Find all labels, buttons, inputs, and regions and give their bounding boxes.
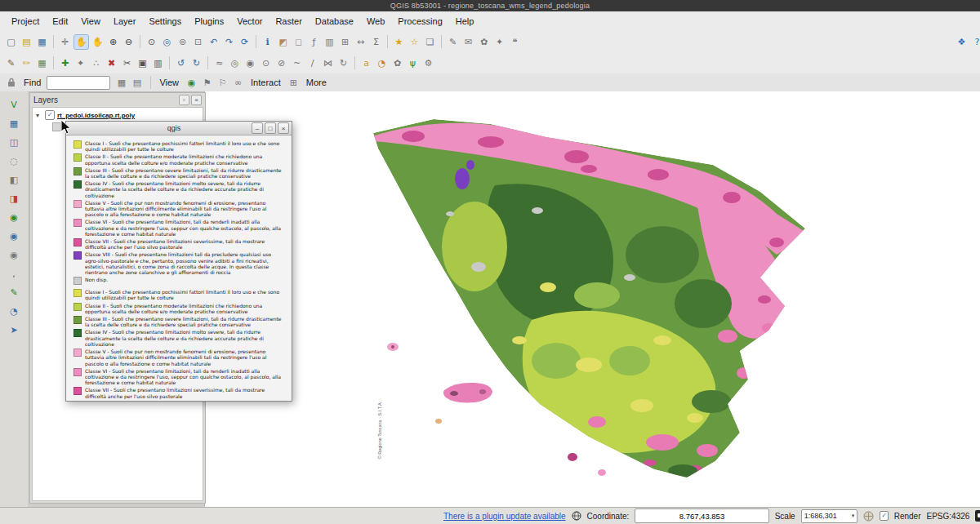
add-mssql-layer-icon[interactable]: ◧: [7, 173, 21, 187]
select-features-icon[interactable]: ◩: [276, 35, 290, 49]
add-wfs-layer-icon[interactable]: ◉: [7, 248, 21, 262]
current-edits-icon[interactable]: ✎: [4, 56, 18, 70]
identify-features-icon[interactable]: ℹ: [261, 35, 274, 49]
coordinate-input[interactable]: [635, 508, 768, 523]
expander-icon[interactable]: ▾: [36, 112, 42, 119]
measure-line-icon[interactable]: ↔: [354, 35, 368, 49]
move-feature-icon[interactable]: ✦: [74, 56, 87, 70]
labeling-icon[interactable]: a: [359, 56, 373, 70]
save-project-icon[interactable]: ▦: [35, 35, 49, 49]
zoom-to-selection-icon[interactable]: ⊚: [176, 35, 189, 49]
menu-database[interactable]: Database: [309, 14, 360, 29]
grid-icon[interactable]: ⊞: [287, 76, 301, 90]
dialog-titlebar[interactable]: qgis – □ ×: [66, 122, 292, 135]
grass-tools-icon[interactable]: ψ: [406, 56, 420, 70]
zoom-last-icon[interactable]: ↶: [207, 35, 220, 49]
layer-item[interactable]: ▾ ✓ rt_pedol.idsoilcap.rt.poly: [33, 108, 203, 121]
redo-icon[interactable]: ↻: [189, 56, 203, 70]
zoom-out-icon[interactable]: ⊖: [122, 35, 136, 49]
add-feature-icon[interactable]: ✚: [58, 56, 72, 70]
link-icon[interactable]: ∞: [231, 76, 245, 90]
new-map-view-icon[interactable]: ❏: [423, 35, 437, 49]
add-raster-layer-icon[interactable]: ▦: [7, 117, 21, 131]
svg-annotation-icon[interactable]: ✿: [477, 35, 491, 49]
refresh-map-icon[interactable]: ⟳: [238, 35, 252, 49]
decoration-icon[interactable]: ✿: [390, 56, 404, 70]
new-bookmark-icon[interactable]: ★: [392, 35, 406, 49]
view-label[interactable]: View: [158, 78, 180, 87]
whats-this-icon[interactable]: ?: [970, 35, 980, 49]
log-messages-icon[interactable]: [975, 510, 980, 522]
menu-edit[interactable]: Edit: [46, 14, 74, 29]
attribute-table-icon[interactable]: ▥: [323, 35, 336, 49]
plugin-update-icon[interactable]: [572, 511, 581, 521]
layer-checkbox[interactable]: ✓: [45, 110, 55, 120]
fill-ring-icon[interactable]: ⊙: [259, 56, 273, 70]
map-canvas[interactable]: © Regione Toscana - S.I.T.A.: [204, 91, 980, 508]
text-annotation-icon[interactable]: ✎: [446, 35, 460, 49]
python-console-icon[interactable]: ➤: [7, 323, 21, 337]
simplify-feature-icon[interactable]: ≈: [212, 56, 226, 70]
unpin-icon[interactable]: ⚐: [216, 76, 229, 90]
float-panel-icon[interactable]: ▫: [179, 95, 189, 105]
new-shapefile-layer-icon[interactable]: ✎: [7, 286, 21, 300]
minimize-button[interactable]: –: [252, 122, 263, 134]
zoom-to-layer-icon[interactable]: ⊡: [191, 35, 205, 49]
field-calculator-icon[interactable]: ⊞: [338, 35, 352, 49]
menu-vector[interactable]: Vector: [230, 14, 269, 29]
pin-icon[interactable]: ⚑: [200, 76, 214, 90]
node-tool-icon[interactable]: ∴: [89, 56, 103, 70]
more-label[interactable]: More: [305, 78, 328, 87]
diagram-icon[interactable]: ◔: [375, 56, 389, 70]
qgis-legend-window[interactable]: qgis – □ × Classe I - Suoli che presenta…: [65, 121, 292, 402]
save-edits-icon[interactable]: ▦: [35, 56, 49, 70]
zoom-in-icon[interactable]: ⊕: [106, 35, 120, 49]
find-input[interactable]: [47, 76, 110, 90]
select-by-expression-icon[interactable]: ƒ: [307, 35, 321, 49]
move-annotation-icon[interactable]: ✦: [492, 35, 506, 49]
copy-features-icon[interactable]: ▣: [136, 56, 149, 70]
menu-settings[interactable]: Settings: [142, 14, 188, 29]
maximize-button[interactable]: □: [265, 122, 276, 134]
menu-plugins[interactable]: Plugins: [188, 14, 230, 29]
zoom-full-icon[interactable]: ◎: [160, 35, 174, 49]
add-spatialite-layer-icon[interactable]: ◌: [7, 154, 21, 168]
add-part-icon[interactable]: ◉: [243, 56, 257, 70]
add-postgis-layer-icon[interactable]: ◫: [7, 135, 21, 149]
cut-features-icon[interactable]: ✂: [120, 56, 134, 70]
menu-help[interactable]: Help: [449, 14, 481, 29]
layer-name[interactable]: rt_pedol.idsoilcap.rt.poly: [57, 112, 135, 119]
menu-view[interactable]: View: [74, 14, 107, 29]
zoom-next-icon[interactable]: ↷: [222, 35, 236, 49]
processing-options-icon[interactable]: ⚙: [421, 56, 435, 70]
menu-layer[interactable]: Layer: [107, 14, 143, 29]
deselect-features-icon[interactable]: ◻: [292, 35, 305, 49]
zoom-native-icon[interactable]: ⊙: [145, 35, 158, 49]
close-button[interactable]: ×: [278, 122, 289, 134]
open-project-icon[interactable]: ▤: [20, 35, 33, 49]
add-oracle-layer-icon[interactable]: ◨: [7, 192, 21, 206]
delete-selected-icon[interactable]: ✖: [105, 56, 118, 70]
interact-label[interactable]: Interact: [249, 78, 283, 87]
menu-processing[interactable]: Processing: [391, 14, 448, 29]
paste-features-icon[interactable]: ▥: [151, 56, 165, 70]
scale-combo[interactable]: 1:686,301 ▾: [801, 509, 858, 523]
metasearch-icon[interactable]: ◔: [7, 304, 21, 318]
toggle-editing-icon[interactable]: ✏: [20, 56, 33, 70]
form-annotation-icon[interactable]: ✉: [461, 35, 475, 49]
add-delimited-text-icon[interactable]: ,: [7, 267, 21, 281]
split-features-icon[interactable]: ∕: [305, 56, 319, 70]
menu-project[interactable]: Project: [5, 14, 46, 29]
menu-raster[interactable]: Raster: [269, 14, 308, 29]
map-tips-icon[interactable]: ❝: [508, 35, 522, 49]
layout-icon[interactable]: ▤: [130, 76, 144, 90]
render-checkbox[interactable]: ✓: [880, 511, 888, 521]
add-wcs-layer-icon[interactable]: ◉: [7, 229, 21, 243]
menu-web[interactable]: Web: [360, 14, 391, 29]
reshape-features-icon[interactable]: ~: [290, 56, 304, 70]
undo-icon[interactable]: ↺: [174, 56, 188, 70]
table-button-icon[interactable]: ▦: [114, 76, 128, 90]
pan-map-icon[interactable]: ✋: [74, 34, 89, 50]
crs-status-icon[interactable]: [863, 511, 874, 522]
lock-icon[interactable]: [4, 76, 18, 90]
